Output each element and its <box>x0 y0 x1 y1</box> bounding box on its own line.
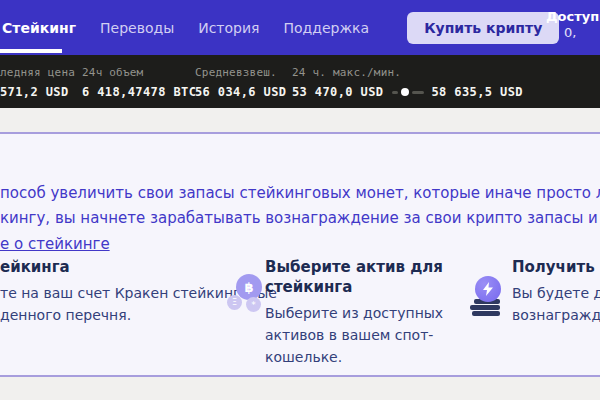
available-balance-label: Доступны <box>546 9 600 25</box>
intro-paragraph-line1: пособ увеличить свои запасы стейкинговых… <box>0 184 600 202</box>
nav-item-support[interactable]: Поддержка <box>284 20 370 36</box>
nav-item-transfers[interactable]: Переводы <box>100 20 174 36</box>
ticker-low-value: 53 470,0 USD <box>292 85 384 99</box>
ethereum-coin-icon: Ξ <box>227 295 242 310</box>
step-choose-asset-body: Выберите из доступных активов в вашем сп… <box>265 302 449 368</box>
step-get-reward-heading: Получить возн <box>512 257 600 277</box>
available-balance-value: 0, <box>564 25 600 41</box>
range-indicator-icon <box>392 88 424 96</box>
staking-content: пособ увеличить свои запасы стейкинговых… <box>0 134 600 375</box>
ticker-high-low-label: 24 ч. макс./мин. <box>292 66 523 79</box>
ticker-high-value: 58 635,5 USD <box>432 85 524 99</box>
altcoin-coin-icon: * <box>246 297 261 312</box>
step-choose-asset-heading: Выберите актив для стейкинга <box>265 257 449 297</box>
market-ticker-bar: ледняя цена 571,2 USD 24ч объем 6 418,47… <box>0 55 600 108</box>
ticker-last-price-label: ледняя цена <box>0 66 75 79</box>
buy-crypto-button[interactable]: Купить крипту <box>407 12 559 44</box>
available-balance: Доступны 0, <box>546 9 600 41</box>
top-navbar: Стейкинг Переводы История Поддержка Купи… <box>0 0 600 55</box>
step-get-reward-body-line2: вознаграждени <box>512 304 600 326</box>
step-get-reward-body-line1: Вы будете дваж <box>512 282 600 304</box>
active-tab-underline <box>0 49 62 53</box>
ticker-high-low: 24 ч. макс./мин. 53 470,0 USD 58 635,5 U… <box>292 66 523 99</box>
ticker-volume: 24ч объем 6 418,47478 BTC <box>82 66 196 99</box>
ticker-weighted-avg: Средневзвеш. 56 034,6 USD <box>195 66 287 99</box>
step-choose-asset: Выберите актив для стейкинга Выберите из… <box>265 257 449 368</box>
spacer-band-bottom <box>0 377 600 400</box>
about-staking-link[interactable]: е о стейкинге <box>0 235 110 253</box>
ticker-last-price-value: 571,2 USD <box>0 85 75 99</box>
nav-item-staking[interactable]: Стейкинг <box>2 20 76 36</box>
ticker-weighted-avg-label: Средневзвеш. <box>195 66 287 79</box>
ticker-volume-value: 6 418,47478 BTC <box>82 85 196 99</box>
ticker-volume-label: 24ч объем <box>82 66 196 79</box>
intro-paragraph-line2: кингу, вы начнете зарабатывать вознаграж… <box>0 209 600 227</box>
reward-bolt-icon <box>470 276 504 322</box>
spacer-band-top <box>0 108 600 132</box>
ticker-last-price: ледняя цена 571,2 USD <box>0 66 75 99</box>
lightning-icon <box>475 276 501 302</box>
ticker-weighted-avg-value: 56 034,6 USD <box>195 85 287 99</box>
step-get-reward: Получить возн Вы будете дваж вознагражде… <box>512 257 600 326</box>
nav-item-history[interactable]: История <box>198 20 259 36</box>
coins-icon: ฿ Ξ * <box>227 274 265 318</box>
bitcoin-coin-icon: ฿ <box>236 274 262 300</box>
